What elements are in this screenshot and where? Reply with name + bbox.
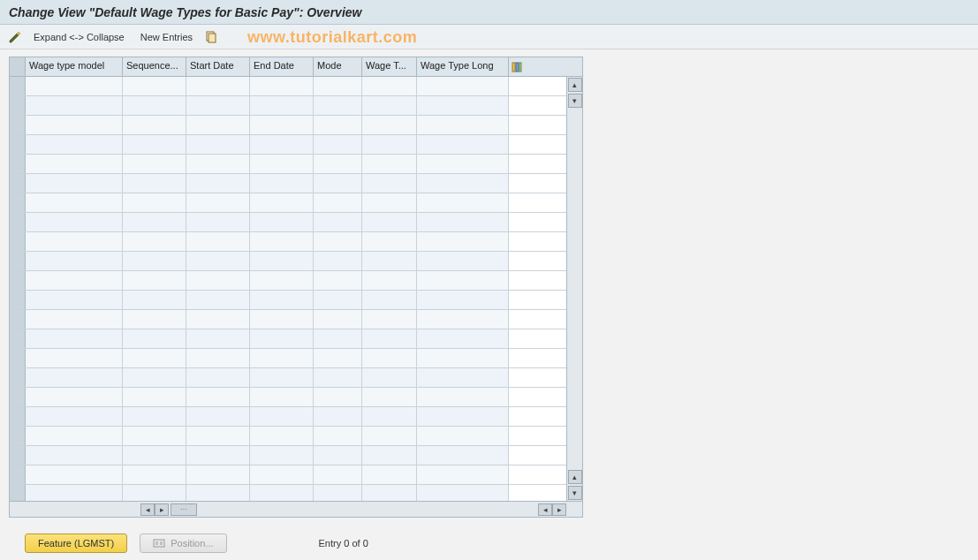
cell[interactable] [417, 368, 509, 387]
cell[interactable] [362, 485, 417, 501]
column-header-wage-t[interactable]: Wage T... [362, 57, 417, 76]
column-header-start-date[interactable]: Start Date [186, 57, 250, 76]
cell[interactable] [417, 291, 509, 309]
cell[interactable] [362, 77, 417, 95]
cell[interactable] [314, 155, 362, 173]
cell[interactable] [314, 77, 362, 95]
cell[interactable] [362, 155, 417, 173]
row-selector[interactable] [10, 96, 26, 115]
cell[interactable] [314, 427, 362, 445]
cell[interactable] [417, 135, 509, 154]
cell[interactable] [26, 427, 123, 445]
horizontal-scrollbar[interactable]: ◂ ▸ ⋯ ◂ ▸ [10, 501, 582, 517]
cell[interactable] [123, 407, 186, 426]
cell[interactable] [250, 232, 314, 251]
cell[interactable] [186, 349, 250, 367]
cell[interactable] [250, 135, 314, 154]
cell[interactable] [123, 291, 186, 309]
scroll-left-icon[interactable]: ◂ [140, 503, 155, 516]
cell[interactable] [123, 446, 186, 465]
cell[interactable] [123, 193, 186, 212]
expand-collapse-button[interactable]: Expand <-> Collapse [28, 30, 130, 44]
cell[interactable] [123, 465, 186, 484]
scroll-right-icon[interactable]: ▸ [552, 503, 566, 516]
cell[interactable] [417, 446, 509, 465]
configure-columns-icon[interactable] [509, 57, 525, 76]
cell[interactable] [250, 271, 314, 290]
row-selector[interactable] [10, 427, 26, 445]
cell[interactable] [314, 116, 362, 134]
cell[interactable] [250, 446, 314, 465]
cell[interactable] [123, 349, 186, 367]
cell[interactable] [314, 252, 362, 270]
row-selector[interactable] [10, 252, 26, 270]
row-selector[interactable] [10, 77, 26, 95]
cell[interactable] [417, 77, 509, 95]
row-selector[interactable] [10, 213, 26, 231]
cell[interactable] [186, 193, 250, 212]
cell[interactable] [417, 427, 509, 445]
cell[interactable] [26, 446, 123, 465]
cell[interactable] [314, 96, 362, 115]
cell[interactable] [26, 252, 123, 270]
horizontal-scroll-thumb[interactable]: ⋯ [171, 503, 197, 516]
row-selector[interactable] [10, 465, 26, 484]
copy-icon[interactable] [203, 29, 219, 45]
cell[interactable] [417, 193, 509, 212]
cell[interactable] [186, 485, 250, 501]
cell[interactable] [26, 271, 123, 290]
cell[interactable] [250, 349, 314, 367]
row-selector[interactable] [10, 193, 26, 212]
column-header-end-date[interactable]: End Date [250, 57, 314, 76]
cell[interactable] [417, 465, 509, 484]
cell[interactable] [362, 388, 417, 406]
cell[interactable] [314, 349, 362, 367]
cell[interactable] [186, 213, 250, 231]
cell[interactable] [26, 368, 123, 387]
cell[interactable] [362, 116, 417, 134]
cell[interactable] [417, 271, 509, 290]
scroll-up-icon[interactable]: ▴ [568, 78, 582, 92]
cell[interactable] [26, 465, 123, 484]
cell[interactable] [186, 96, 250, 115]
cell[interactable] [186, 407, 250, 426]
cell[interactable] [26, 310, 123, 329]
cell[interactable] [250, 96, 314, 115]
cell[interactable] [417, 388, 509, 406]
cell[interactable] [250, 252, 314, 270]
cell[interactable] [417, 116, 509, 134]
cell[interactable] [314, 368, 362, 387]
cell[interactable] [123, 232, 186, 251]
cell[interactable] [250, 368, 314, 387]
cell[interactable] [186, 271, 250, 290]
cell[interactable] [186, 252, 250, 270]
position-button[interactable]: Position... [140, 534, 226, 553]
column-header-sequence[interactable]: Sequence... [123, 57, 186, 76]
cell[interactable] [417, 310, 509, 329]
row-selector[interactable] [10, 310, 26, 329]
cell[interactable] [362, 427, 417, 445]
cell[interactable] [314, 291, 362, 309]
row-selector[interactable] [10, 329, 26, 348]
column-header-wage-type-model[interactable]: Wage type model [26, 57, 123, 76]
cell[interactable] [362, 135, 417, 154]
row-selector[interactable] [10, 291, 26, 309]
cell[interactable] [314, 232, 362, 251]
cell[interactable] [362, 291, 417, 309]
cell[interactable] [123, 155, 186, 173]
cell[interactable] [123, 388, 186, 406]
vertical-scroll-track[interactable] [568, 109, 582, 469]
column-header-mode[interactable]: Mode [314, 57, 362, 76]
scroll-down-one-icon[interactable]: ▾ [568, 94, 582, 108]
row-selector[interactable] [10, 174, 26, 193]
cell[interactable] [362, 465, 417, 484]
cell[interactable] [362, 329, 417, 348]
cell[interactable] [26, 329, 123, 348]
cell[interactable] [417, 349, 509, 367]
cell[interactable] [417, 174, 509, 193]
cell[interactable] [123, 77, 186, 95]
feature-lgmst-button[interactable]: Feature (LGMST) [25, 534, 127, 553]
cell[interactable] [417, 155, 509, 173]
cell[interactable] [123, 213, 186, 231]
row-selector[interactable] [10, 446, 26, 465]
